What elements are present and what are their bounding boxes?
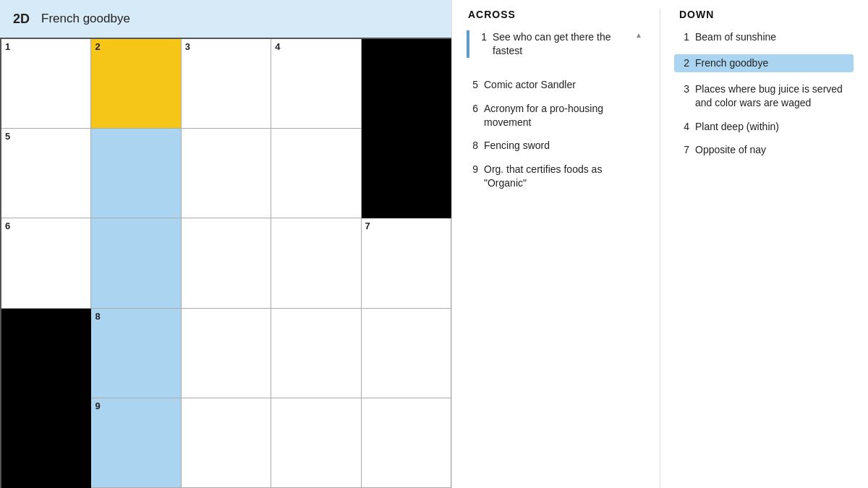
cell-r0-c4 (362, 39, 451, 129)
clue-text-down-7: Opposite of nay (695, 143, 854, 157)
clue-1-across-container: 1 See who can get there the fastest ▲ (467, 30, 642, 68)
cell-number-3: 3 (185, 42, 190, 51)
clue-text-down-2: French goodbye (695, 56, 850, 70)
clue-item-down-7[interactable]: 7 Opposite of nay (678, 143, 854, 157)
cell-number-8: 8 (95, 312, 100, 321)
clue-item-across-5[interactable]: 5 Comic actor Sandler (467, 78, 642, 92)
cell-r4-c2[interactable] (182, 398, 271, 488)
clue-num-across-1: 1 (475, 30, 487, 44)
cell-r3-c4[interactable] (362, 309, 451, 398)
clue-num-down-4: 4 (678, 120, 689, 134)
accent-bar (467, 30, 469, 58)
down-clue-list: 1 Beam of sunshine 2 French goodbye 3 Pl… (678, 30, 854, 157)
clue-item-down-2[interactable]: 2 French goodbye (674, 54, 854, 72)
cell-number-4: 4 (275, 42, 280, 51)
clue-item-down-3[interactable]: 3 Places where bug juice is served and c… (678, 82, 854, 110)
grid-wrapper: 123456789 (0, 38, 451, 488)
active-clue-number: 2D (13, 12, 30, 27)
cell-r3-c0 (1, 309, 91, 398)
down-section: DOWN 1 Beam of sunshine 2 French goodbye… (663, 9, 868, 488)
cell-number-1: 1 (5, 42, 10, 51)
clue-item-down-4[interactable]: 4 Plant deep (within) (678, 120, 854, 134)
clue-text-across-8: Fencing sword (484, 139, 642, 153)
cell-r1-c1[interactable] (91, 129, 181, 218)
cell-r1-c4 (362, 129, 451, 218)
clue-num-across-5: 5 (467, 78, 478, 92)
clue-item-across-6[interactable]: 6 Acronym for a pro-housing movement (467, 102, 642, 129)
down-title: DOWN (678, 9, 854, 20)
cell-r1-c2[interactable] (182, 129, 271, 218)
cell-r2-c2[interactable] (182, 218, 271, 308)
clue-num-down-1: 1 (678, 30, 689, 44)
clue-num-down-7: 7 (678, 143, 689, 157)
cell-number-6: 6 (5, 221, 10, 231)
cell-r4-c0 (1, 398, 91, 488)
cell-number-5: 5 (5, 132, 10, 141)
clue-item-across-1[interactable]: 1 See who can get there the fastest ▲ (475, 30, 642, 58)
progress-icon-across-1: ▲ (635, 30, 642, 40)
cell-r4-c3[interactable] (271, 398, 361, 488)
crossword-grid[interactable]: 123456789 (0, 38, 451, 488)
active-clue-header: 2D French goodbye (0, 0, 451, 38)
clue-num-across-6: 6 (467, 102, 478, 116)
clue-text-across-9: Org. that certifies foods as "Organic" (484, 163, 642, 190)
clue-num-across-8: 8 (467, 139, 478, 153)
clue-text-across-5: Comic actor Sandler (484, 78, 642, 92)
across-title: ACROSS (467, 9, 642, 20)
cell-r3-c2[interactable] (182, 309, 271, 398)
clues-divider (660, 9, 660, 488)
cell-r2-c4[interactable]: 7 (362, 218, 451, 308)
clue-item-across-9[interactable]: 9 Org. that certifies foods as "Organic" (467, 163, 642, 190)
across-clue-list-rest: 5 Comic actor Sandler 6 Acronym for a pr… (467, 78, 642, 190)
cell-r0-c0[interactable]: 1 (1, 39, 91, 129)
clue-num-down-3: 3 (678, 82, 689, 96)
left-panel: 2D French goodbye 123456789 (0, 0, 452, 488)
cell-r1-c0[interactable]: 5 (1, 129, 91, 218)
across-section: ACROSS 1 See who can get there the faste… (452, 9, 657, 488)
clue-num-across-9: 9 (467, 163, 478, 176)
clue-text-across-1: See who can get there the fastest (493, 30, 626, 58)
clue-text-across-6: Acronym for a pro-housing movement (484, 102, 642, 129)
cell-number-9: 9 (95, 401, 100, 411)
cell-r3-c3[interactable] (271, 309, 361, 398)
clue-text-down-1: Beam of sunshine (695, 30, 854, 44)
clue-text-down-4: Plant deep (within) (695, 120, 854, 134)
cell-r4-c4[interactable] (362, 398, 451, 488)
cell-r2-c0[interactable]: 6 (1, 218, 91, 308)
cell-r0-c1[interactable]: 2 (91, 39, 181, 129)
cell-r2-c3[interactable] (271, 218, 361, 308)
cell-r3-c1[interactable]: 8 (91, 309, 181, 398)
clue-item-across-8[interactable]: 8 Fencing sword (467, 139, 642, 153)
clue-text-down-3: Places where bug juice is served and col… (695, 82, 854, 110)
right-panel: ACROSS 1 See who can get there the faste… (452, 0, 868, 488)
clue-item-down-1[interactable]: 1 Beam of sunshine (678, 30, 854, 44)
cell-r4-c1[interactable]: 9 (91, 398, 181, 488)
cell-number-2: 2 (95, 42, 100, 51)
active-clue-text: French goodbye (41, 12, 130, 26)
across-clue-list: 1 See who can get there the fastest ▲ (475, 30, 642, 58)
cell-r2-c1[interactable] (91, 218, 181, 308)
cell-r1-c3[interactable] (271, 129, 361, 218)
clue-num-down-2: 2 (678, 56, 689, 70)
cell-r0-c2[interactable]: 3 (182, 39, 271, 129)
cell-r0-c3[interactable]: 4 (271, 39, 361, 129)
cell-number-7: 7 (365, 221, 370, 231)
